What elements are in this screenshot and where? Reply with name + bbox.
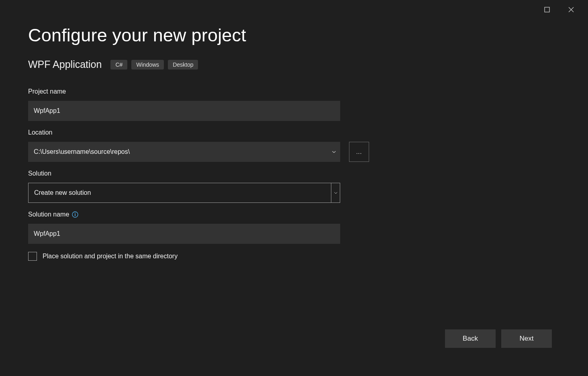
chevron-down-icon [327, 142, 340, 162]
close-icon [568, 7, 574, 12]
solution-name-input[interactable] [28, 224, 340, 244]
main-content: Configure your new project WPF Applicati… [28, 25, 560, 376]
tag-platform: Windows [131, 60, 164, 69]
same-directory-checkbox[interactable] [28, 252, 37, 261]
tag-language: C# [110, 60, 127, 69]
location-combo[interactable]: C:\Users\username\source\repos\ [28, 142, 340, 162]
location-group: Location C:\Users\username\source\repos\… [28, 129, 560, 162]
titlebar [542, 0, 588, 19]
tag-type: Desktop [168, 60, 198, 69]
location-value: C:\Users\username\source\repos\ [28, 148, 327, 155]
template-name: WPF Application [28, 59, 102, 70]
close-button[interactable] [566, 5, 576, 14]
svg-point-4 [75, 213, 76, 214]
solution-name-group: Solution name [28, 211, 560, 244]
solution-label: Solution [28, 170, 560, 177]
project-name-label: Project name [28, 88, 560, 95]
next-button[interactable]: Next [501, 329, 552, 348]
back-button[interactable]: Back [445, 329, 496, 348]
solution-name-label: Solution name [28, 211, 69, 218]
same-directory-checkbox-row[interactable]: Place solution and project in the same d… [28, 252, 560, 261]
svg-rect-5 [75, 214, 76, 216]
info-icon[interactable] [71, 211, 79, 218]
solution-value: Create new solution [29, 183, 331, 202]
same-directory-label: Place solution and project in the same d… [43, 253, 178, 260]
footer-buttons: Back Next [445, 329, 552, 348]
maximize-icon [544, 7, 550, 12]
template-tags: C# Windows Desktop [110, 60, 198, 69]
svg-rect-0 [545, 7, 549, 12]
location-label: Location [28, 129, 560, 136]
browse-button[interactable]: ... [349, 142, 369, 162]
project-name-input[interactable] [28, 101, 340, 121]
page-title: Configure your new project [28, 25, 560, 46]
project-name-group: Project name [28, 88, 560, 121]
solution-group: Solution Create new solution [28, 170, 560, 203]
template-row: WPF Application C# Windows Desktop [28, 59, 560, 70]
solution-combo[interactable]: Create new solution [28, 183, 340, 203]
maximize-button[interactable] [542, 5, 552, 14]
chevron-down-icon [331, 183, 340, 202]
